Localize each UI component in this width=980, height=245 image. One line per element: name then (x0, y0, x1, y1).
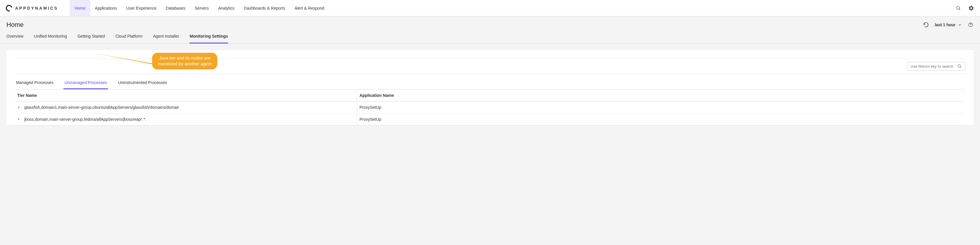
page-header: Home last 1 hour (0, 16, 980, 28)
process-tabs: Managed Processes Unmanaged Processes Un… (15, 77, 965, 90)
topnav-home[interactable]: Home (70, 0, 90, 16)
time-range-label: last 1 hour (935, 22, 956, 27)
page-header-right: last 1 hour (923, 22, 974, 28)
subnav-unified-monitoring[interactable]: Unified Monitoring (34, 34, 67, 43)
topnav-label: Databases (166, 6, 185, 11)
chevron-down-icon (958, 23, 962, 27)
callout-text-line2: monitored by another agent (158, 61, 212, 67)
topbar-right (956, 5, 974, 11)
subnav-label: Monitoring Settings (189, 34, 228, 38)
tab-label: Managed Processes (16, 80, 53, 85)
search-input[interactable] (910, 64, 954, 68)
callout-text-line1: Java tier and its nodes are (158, 55, 212, 61)
top-nav: Home Applications User Experience Databa… (70, 0, 329, 16)
topnav-servers[interactable]: Servers (190, 0, 213, 16)
svg-point-4 (958, 65, 961, 67)
cell-tier-name: jboss,domain,main-server-group,fedora/al… (24, 117, 146, 122)
topnav-label: Alert & Respond (294, 6, 325, 11)
topnav-analytics[interactable]: Analytics (213, 0, 239, 16)
annotation-callout: Java tier and its nodes are monitored by… (152, 53, 217, 70)
search-icon[interactable] (957, 64, 962, 68)
cell-app-name: ProxySetUp (357, 101, 965, 114)
svg-line-1 (959, 9, 960, 10)
top-bar: APPDYNAMICS Home Applications User Exper… (0, 0, 980, 16)
topnav-label: Applications (95, 6, 117, 11)
topnav-databases[interactable]: Databases (161, 0, 190, 16)
subnav-label: Getting Started (77, 34, 105, 38)
search-box[interactable] (907, 62, 965, 71)
subnav-getting-started[interactable]: Getting Started (77, 34, 105, 43)
monitoring-settings-panel: Java tier and its nodes are monitored by… (6, 50, 974, 126)
table-row[interactable]: glassfish,domain1,main-server-group,ubun… (15, 101, 965, 114)
tab-unmanaged-processes[interactable]: Unmanaged Processes (64, 77, 108, 89)
sub-nav: Overview Unified Monitoring Getting Star… (0, 28, 980, 44)
search-icon[interactable] (956, 5, 961, 11)
tab-uninstrumented-processes[interactable]: Uninstrumented Processes (117, 77, 168, 89)
subnav-agent-installer[interactable]: Agent Installer (153, 34, 179, 43)
brand-logo: APPDYNAMICS (6, 5, 58, 11)
subnav-label: Unified Monitoring (34, 34, 67, 38)
topnav-label: Home (75, 6, 85, 11)
topnav-label: User Experience (126, 6, 156, 11)
tab-managed-processes[interactable]: Managed Processes (15, 77, 55, 89)
processes-table: Tier Name Application Name glassfish,dom… (15, 90, 965, 125)
topnav-user-experience[interactable]: User Experience (121, 0, 161, 16)
topnav-applications[interactable]: Applications (90, 0, 122, 16)
cell-tier-name: glassfish,domain1,main-server-group,ubun… (24, 105, 179, 110)
tab-label: Uninstrumented Processes (118, 80, 167, 85)
page-title: Home (6, 21, 24, 28)
topnav-dashboards-reports[interactable]: Dashboards & Reports (239, 0, 290, 16)
subnav-label: Cloud Platform (115, 34, 143, 38)
subnav-label: Overview (6, 34, 23, 38)
svg-point-0 (957, 6, 959, 9)
topnav-label: Dashboards & Reports (244, 6, 285, 11)
col-header-app[interactable]: Application Name (357, 90, 965, 101)
gear-icon[interactable] (968, 5, 974, 11)
callout-bubble: Java tier and its nodes are monitored by… (152, 53, 217, 70)
subnav-monitoring-settings[interactable]: Monitoring Settings (189, 34, 228, 43)
chevron-right-icon[interactable] (17, 106, 20, 109)
cell-app-name: ProxySetUp (357, 114, 965, 125)
svg-line-5 (960, 67, 961, 68)
refresh-icon[interactable] (923, 22, 929, 28)
tab-label: Unmanaged Processes (65, 80, 107, 85)
topnav-alert-respond[interactable]: Alert & Respond (290, 0, 329, 16)
subnav-overview[interactable]: Overview (6, 34, 23, 43)
table-row[interactable]: jboss,domain,main-server-group,fedora/al… (15, 114, 965, 125)
topnav-label: Analytics (218, 6, 234, 11)
topnav-label: Servers (195, 6, 209, 11)
help-icon[interactable] (968, 22, 974, 28)
time-range-selector[interactable]: last 1 hour (935, 22, 962, 27)
table-header-row: Tier Name Application Name (15, 90, 965, 101)
col-header-tier[interactable]: Tier Name (15, 90, 357, 101)
chevron-right-icon[interactable] (17, 118, 20, 121)
brand-name: APPDYNAMICS (15, 6, 58, 11)
subnav-cloud-platform[interactable]: Cloud Platform (115, 34, 143, 43)
subnav-label: Agent Installer (153, 34, 179, 38)
appdynamics-logo-icon (5, 3, 13, 12)
